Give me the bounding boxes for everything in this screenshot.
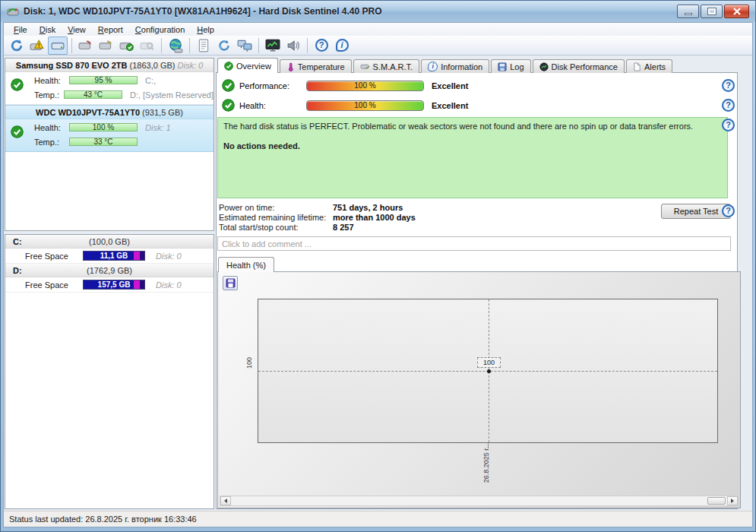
- disk-health-row: Health: 95 % C:,: [5, 74, 214, 87]
- disk-alert-icon[interactable]: [27, 36, 47, 55]
- temp-label: Temp.:: [34, 90, 64, 100]
- scroll-left-arrow[interactable]: [220, 496, 231, 505]
- toolbar-separator: [189, 38, 190, 53]
- disk-size: (931,5 GB): [142, 108, 183, 117]
- partition-entry-d[interactable]: (1762,9 GB) D: Free Space 157,5 GB Disk:…: [5, 264, 214, 293]
- minimize-icon: [685, 13, 692, 15]
- repeat-test-help-icon[interactable]: ?: [722, 204, 735, 217]
- tab-label: Overview: [236, 62, 271, 71]
- smart-disk-icon: [360, 62, 370, 71]
- performance-ok-icon: [222, 79, 235, 92]
- health-ok-icon: [222, 99, 235, 112]
- health-help-icon[interactable]: ?: [722, 99, 735, 112]
- tab-label: Temperature: [298, 62, 345, 71]
- alerts-page-icon: [633, 62, 641, 71]
- disk-partitions-1: C:,: [145, 76, 156, 85]
- sound-icon[interactable]: [283, 36, 303, 55]
- menu-view[interactable]: View: [62, 24, 91, 35]
- menu-report[interactable]: Report: [93, 24, 128, 35]
- tab-strip: Overview Temperature S.M.A.R.T. i Inform…: [216, 58, 672, 73]
- close-button[interactable]: [724, 5, 749, 18]
- network-icon[interactable]: [235, 36, 255, 55]
- tab-temperature[interactable]: Temperature: [280, 59, 352, 73]
- world-status-icon[interactable]: [166, 36, 185, 55]
- power-on-time-label: Power on time:: [219, 203, 274, 212]
- tab-overview[interactable]: Overview: [217, 58, 278, 73]
- report-icon[interactable]: [194, 36, 214, 55]
- info-icon[interactable]: i: [332, 36, 352, 55]
- comment-input[interactable]: [217, 236, 731, 251]
- tab-smart[interactable]: S.M.A.R.T.: [353, 59, 420, 73]
- menu-help[interactable]: Help: [191, 24, 220, 35]
- disk-list-panel: Samsung SSD 870 EVO 2TB (1863,0 GB) Disk…: [5, 58, 214, 231]
- disk-name: Samsung SSD 870 EVO 2TB: [16, 61, 128, 70]
- disk-partitions-2: D:, [System Reserved]: [130, 90, 214, 100]
- help-glyph: ?: [315, 39, 328, 52]
- menu-file[interactable]: File: [8, 24, 33, 35]
- data-point-label: 100: [477, 357, 501, 368]
- y-axis-tick: 100: [245, 357, 253, 369]
- help-icon[interactable]: ?: [312, 36, 331, 55]
- free-space-label: Free Space: [25, 252, 83, 261]
- tab-label: Alerts: [644, 62, 666, 71]
- maximize-button[interactable]: [701, 5, 723, 18]
- info-glyph: i: [336, 39, 349, 52]
- disk-accept-icon[interactable]: [117, 36, 137, 55]
- repeat-test-button[interactable]: Repeat Test: [661, 204, 731, 219]
- status-text: The hard disk status is PERFECT. Problem…: [223, 122, 722, 131]
- partition-header: (1762,9 GB) D:: [5, 264, 214, 277]
- health-label: Health:: [34, 123, 69, 132]
- tab-disk-performance[interactable]: Disk Performance: [533, 59, 625, 73]
- disk-entry-wdc[interactable]: WDC WD10JPVT-75A1YT0 (931,5 GB) Health: …: [5, 105, 214, 152]
- performance-monitor-icon[interactable]: [263, 36, 283, 55]
- toolbar-separator: [71, 38, 72, 53]
- partition-size: (1762,9 GB): [5, 264, 214, 277]
- chart-tab-health[interactable]: Health (%): [218, 257, 274, 272]
- health-plot: 100: [258, 299, 718, 443]
- toolbar-separator: [258, 38, 259, 53]
- free-space-value: 157,5 GB: [98, 281, 131, 289]
- title-bar[interactable]: Disk: 1, WDC WD10JPVT-75A1YT0 [WX81AA1H9…: [1, 1, 755, 22]
- scrollbar-thumb[interactable]: [707, 497, 726, 505]
- health-value: 95 %: [95, 77, 112, 84]
- health-value: 100 %: [354, 102, 375, 109]
- disk-retest-icon[interactable]: [96, 36, 116, 55]
- data-point: [487, 369, 491, 373]
- information-icon: i: [428, 62, 438, 71]
- temp-bar: 33 °C: [69, 138, 138, 146]
- disk-size: (1863,0 GB): [130, 61, 176, 70]
- disk-temp-row: Temp.: 33 °C: [5, 135, 214, 148]
- partition-disk-number: Disk: 0: [156, 252, 182, 261]
- disk-detect-icon[interactable]: [48, 36, 68, 55]
- partition-list-panel: (100,0 GB) C: Free Space 11,1 GB Disk: 0…: [5, 234, 214, 509]
- chart-horizontal-scrollbar[interactable]: [220, 496, 739, 506]
- health-bar: 95 %: [69, 76, 138, 84]
- minimize-button[interactable]: [677, 5, 699, 18]
- tab-information[interactable]: i Information: [421, 59, 489, 73]
- partition-entry-c[interactable]: (100,0 GB) C: Free Space 11,1 GB Disk: 0: [5, 235, 214, 264]
- save-chart-button[interactable]: [223, 276, 238, 290]
- tab-alerts[interactable]: Alerts: [626, 59, 672, 73]
- menu-configuration[interactable]: Configuration: [130, 24, 190, 35]
- toolbar-separator: [307, 38, 308, 53]
- sync-disk-icon[interactable]: [214, 36, 234, 55]
- overview-check-icon: [224, 62, 233, 71]
- disk-remove-icon[interactable]: [76, 36, 96, 55]
- disk-entry-samsung[interactable]: Samsung SSD 870 EVO 2TB (1863,0 GB) Disk…: [5, 59, 214, 105]
- refresh-icon[interactable]: [7, 36, 27, 55]
- disk-name: WDC WD10JPVT-75A1YT0: [36, 108, 140, 117]
- disk-temp-row: Temp.: 43 °C D:, [System Reserved]: [5, 88, 214, 101]
- status-ok-icon: [11, 125, 24, 138]
- scroll-right-arrow[interactable]: [727, 496, 738, 505]
- close-icon: [733, 8, 741, 15]
- status-help-icon[interactable]: ?: [722, 119, 735, 131]
- disk-number: Disk: 0: [178, 61, 204, 70]
- performance-value: 100 %: [354, 82, 375, 90]
- chart-tab-label: Health (%): [226, 261, 266, 270]
- health-label: Health:: [34, 76, 69, 85]
- tab-log[interactable]: Log: [491, 59, 530, 73]
- performance-help-icon[interactable]: ?: [722, 79, 735, 92]
- menu-disk[interactable]: Disk: [34, 24, 61, 35]
- free-space-label: Free Space: [25, 280, 83, 290]
- disk-search-icon[interactable]: [138, 36, 157, 55]
